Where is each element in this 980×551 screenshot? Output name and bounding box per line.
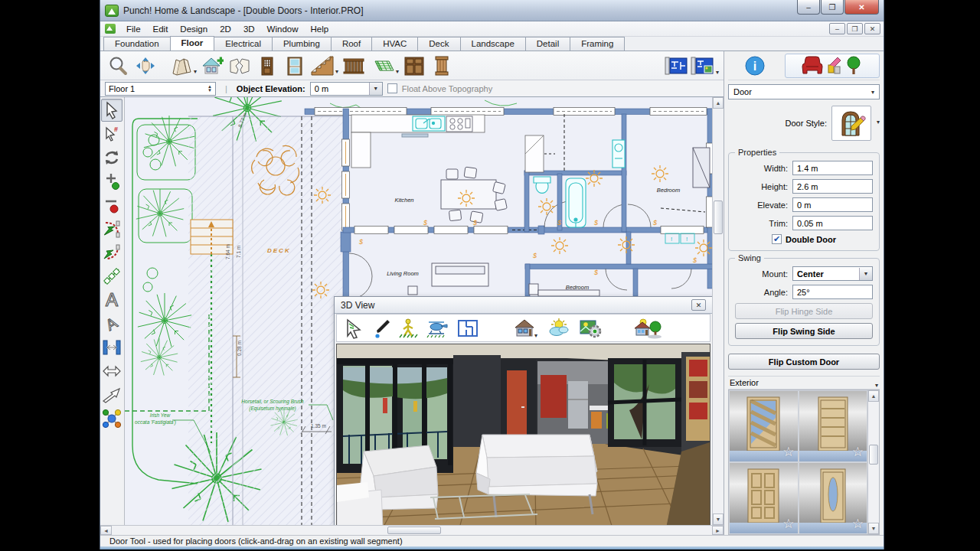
flyover-icon[interactable] [426, 318, 449, 339]
menu-edit[interactable]: Edit [147, 23, 175, 35]
zoom-tool-button[interactable] [105, 53, 131, 79]
door-style-dropdown-icon[interactable]: ▾ [877, 119, 880, 129]
tab-roof[interactable]: Roof [331, 37, 372, 51]
pan-tool-button[interactable] [132, 53, 158, 79]
mdi-restore-button[interactable]: ❐ [847, 23, 863, 34]
elevation-dropdown-icon[interactable]: ▼ [369, 83, 382, 95]
door-style-button[interactable] [831, 106, 871, 141]
viewer3d-title-bar[interactable]: 3D View ✕ [335, 297, 712, 314]
floor-selector[interactable]: Floor 1 ▲▼ [105, 82, 216, 96]
floor-tile-dropdown[interactable]: ▾ [396, 68, 399, 78]
tool-add-point-button[interactable] [101, 170, 122, 193]
tab-electrical[interactable]: Electrical [214, 37, 273, 51]
tool-rotate-button[interactable] [101, 146, 122, 169]
column-tool-button[interactable] [429, 53, 455, 79]
mdi-close-button[interactable]: ✕ [864, 23, 880, 34]
minimize-button[interactable]: – [797, 0, 820, 15]
library-scrollbar[interactable]: ▲ ▼ [867, 390, 879, 534]
menu-3d[interactable]: 3D [237, 23, 261, 35]
favorite-star-icon[interactable]: ☆ [852, 444, 864, 460]
environment-icon[interactable] [632, 318, 662, 339]
menu-file[interactable]: File [120, 23, 147, 35]
plan-canvas-area[interactable]: DECK 7.64 m 7.1 m 8.77 m Irish Yew occat… [125, 97, 712, 525]
tab-landscape[interactable]: Landscape [460, 37, 526, 51]
plan-3d-view-button[interactable] [689, 53, 715, 79]
tab-floor[interactable]: Floor [170, 36, 215, 51]
elevate-field[interactable]: 0 m [792, 197, 873, 212]
tab-detail[interactable]: Detail [525, 37, 570, 51]
viewer3d-window[interactable]: 3D View ✕ ▾ [334, 296, 712, 525]
mdi-minimize-button[interactable]: – [829, 23, 845, 34]
tool-curve-wall-button[interactable] [101, 217, 122, 240]
tool-leader-arrow-button[interactable] [101, 383, 122, 406]
cabinet-tool-button[interactable] [401, 53, 427, 79]
view-mode-dropdown[interactable]: ▾ [716, 69, 719, 79]
float-topography-checkbox[interactable] [387, 83, 397, 93]
tab-framing[interactable]: Framing [570, 37, 625, 51]
viewer3d-close-button[interactable]: ✕ [691, 299, 706, 311]
horizontal-scroll-thumb[interactable] [387, 527, 441, 534]
flip-swing-side-button[interactable]: Flip Swing Side [735, 323, 873, 339]
panel-object-dropdown-icon[interactable]: ▾ [871, 89, 874, 96]
roof-tool-button[interactable] [199, 53, 225, 79]
library-scroll-up-icon[interactable]: ▲ [868, 390, 879, 402]
home-view-icon[interactable]: ▾ [513, 318, 539, 339]
tab-hvac[interactable]: HVAC [371, 37, 418, 51]
library-category-header[interactable]: Exterior ▾ [728, 376, 880, 390]
menu-2d[interactable]: 2D [214, 23, 237, 35]
canvas-horizontal-scrollbar[interactable]: ◄ ► [100, 525, 724, 535]
height-field[interactable]: 2.6 m [792, 179, 873, 194]
tab-foundation[interactable]: Foundation [103, 37, 171, 51]
mount-dropdown-icon[interactable]: ▼ [859, 268, 872, 280]
menu-help[interactable]: Help [304, 23, 335, 35]
sky-settings-icon[interactable] [547, 318, 571, 339]
mount-combo[interactable]: Center ▼ [792, 266, 873, 281]
plan-view-icon[interactable] [456, 318, 479, 339]
railing-tool-button[interactable] [341, 53, 367, 79]
tool-chain-dimension-button[interactable] [101, 265, 122, 288]
flip-hinge-side-button[interactable]: Flip Hinge Side [735, 303, 873, 319]
door-thumbnail-3[interactable]: ☆ [729, 462, 799, 534]
scroll-left-icon[interactable]: ◄ [100, 526, 112, 535]
favorite-star-icon[interactable]: ☆ [782, 516, 794, 532]
tool-object-links-button[interactable] [101, 407, 122, 430]
render-settings-icon[interactable] [579, 318, 603, 339]
tool-dimension-button[interactable] [101, 360, 122, 383]
walkthrough-icon[interactable] [398, 318, 418, 339]
tool-wall-dimension-button[interactable] [101, 336, 122, 359]
library-scroll-down-icon[interactable]: ▼ [868, 523, 879, 534]
scroll-down-icon[interactable]: ▼ [713, 514, 724, 525]
floor-spinner-icon[interactable]: ▲▼ [207, 85, 212, 93]
menu-design[interactable]: Design [174, 23, 214, 35]
door-thumbnail-4[interactable]: ☆ [799, 462, 868, 534]
panel-object-selector[interactable]: Door ▾ [728, 84, 880, 99]
double-door-checkbox[interactable]: ✔ [772, 234, 782, 244]
door-tool-button[interactable] [254, 53, 280, 79]
plan-view-button[interactable] [663, 53, 689, 79]
title-bar[interactable]: Punch! Home & Landscape - [Double Doors … [100, 0, 884, 21]
door-thumbnail-1[interactable]: ☆ [729, 390, 799, 462]
break-wall-tool-button[interactable] [227, 53, 253, 79]
canvas-vertical-scrollbar[interactable]: ▲ ▼ [712, 97, 724, 525]
tool-delete-point-button[interactable] [101, 194, 122, 217]
flip-custom-door-button[interactable]: Flip Custom Door [728, 354, 880, 370]
tool-rotated-text-button[interactable]: A [101, 312, 122, 335]
door-thumbnail-2[interactable]: ☆ [799, 390, 868, 462]
wall-tool-dropdown[interactable]: ▾ [194, 68, 197, 78]
maximize-button[interactable]: ❐ [821, 0, 844, 15]
width-field[interactable]: 1.4 m [792, 161, 873, 175]
library-category-dropdown-icon[interactable]: ▾ [875, 382, 878, 389]
angle-field[interactable]: 25° [792, 285, 873, 299]
wall-tool-button[interactable]: ▾ [169, 53, 198, 79]
stairs-tool-button[interactable]: ▾ [309, 53, 339, 79]
3d-select-icon[interactable] [345, 318, 364, 339]
viewer3d-viewport[interactable] [336, 344, 710, 525]
floor-tile-tool-button[interactable]: ▾ [368, 53, 400, 79]
vertical-scroll-thumb[interactable] [714, 201, 723, 234]
info-button[interactable]: i [728, 56, 782, 76]
library-button[interactable] [785, 54, 880, 78]
favorite-star-icon[interactable]: ☆ [852, 516, 864, 532]
tool-curve-wall-alt-button[interactable] [101, 241, 122, 264]
menu-window[interactable]: Window [261, 23, 305, 35]
eyedropper-icon[interactable] [372, 318, 390, 339]
